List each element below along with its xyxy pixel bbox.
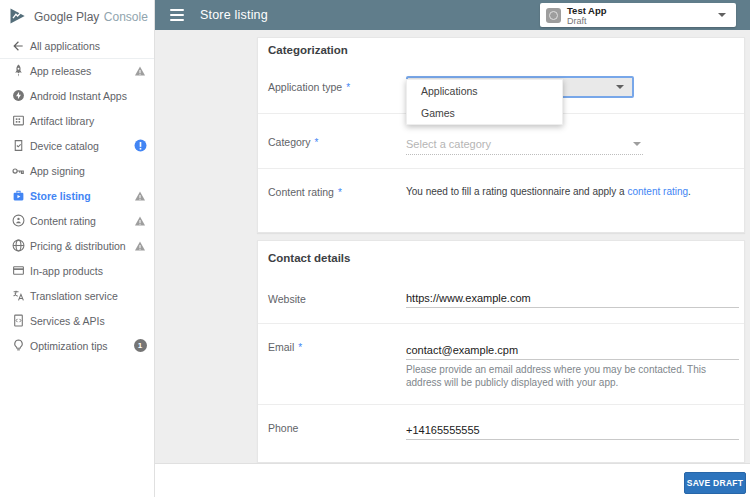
sidebar-item-app-releases[interactable]: App releases	[0, 58, 154, 83]
top-app-bar: Store listing Test App Draft	[155, 0, 750, 30]
app-placeholder-icon	[546, 8, 561, 23]
brand-google-play: Google Play	[34, 10, 99, 24]
website-label: Website	[268, 293, 306, 305]
google-play-console-logo: Google Play Console	[8, 5, 148, 27]
email-input[interactable]	[406, 341, 739, 360]
menu-icon[interactable]	[170, 9, 184, 21]
brand-console: Console	[104, 10, 148, 24]
globe-icon	[10, 238, 26, 254]
email-label: Email*	[268, 341, 302, 353]
payment-card-icon	[10, 263, 26, 279]
lightbulb-icon	[10, 338, 26, 354]
rocket-icon	[10, 63, 26, 79]
code-device-icon	[10, 313, 26, 329]
sidebar-item-content-rating[interactable]: Content rating	[0, 208, 154, 233]
sidebar-item-optimization-tips[interactable]: Optimization tips 1	[0, 333, 154, 358]
count-badge: 1	[133, 339, 147, 353]
warning-icon	[133, 64, 147, 78]
divider	[258, 404, 744, 405]
sidebar-item-android-instant-apps[interactable]: Android Instant Apps	[0, 83, 154, 108]
rating-face-icon	[10, 213, 26, 229]
app-status: Draft	[567, 16, 607, 26]
sidebar-item-device-catalog[interactable]: Device catalog	[0, 133, 154, 158]
contact-details-card: Contact details Website Email* Please pr…	[257, 240, 745, 463]
content-rating-label: Content rating*	[268, 186, 342, 198]
category-label: Category*	[268, 136, 319, 148]
website-input[interactable]	[406, 289, 739, 308]
sidebar-item-services-apis[interactable]: Services & APIs	[0, 308, 154, 333]
app-name: Test App	[567, 5, 607, 16]
category-placeholder: Select a category	[406, 138, 491, 150]
device-check-icon	[10, 138, 26, 154]
translate-icon	[10, 288, 26, 304]
sidebar-item-all-applications[interactable]: All applications	[0, 33, 154, 58]
menu-option-games[interactable]: Games	[407, 102, 562, 124]
email-helper-text: Please provide an email address where yo…	[406, 363, 742, 389]
arrow-back-icon	[10, 38, 26, 54]
chevron-down-icon	[718, 13, 726, 17]
sidebar-item-artifact-library[interactable]: Artifact library	[0, 108, 154, 133]
section-title: Categorization	[268, 44, 348, 56]
play-console-icon	[8, 6, 28, 26]
sidebar-item-pricing-distribution[interactable]: Pricing & distribution	[0, 233, 154, 258]
application-type-menu: Applications Games	[406, 79, 563, 125]
main-content: Categorization Application type* Applica…	[155, 30, 750, 463]
sidebar: Google Play Console All applications App…	[0, 0, 155, 497]
divider	[258, 168, 744, 169]
chevron-down-icon	[616, 85, 624, 89]
categorization-card: Categorization Application type* Applica…	[257, 37, 745, 233]
alert-blue-icon	[133, 139, 147, 153]
sidebar-item-translation-service[interactable]: Translation service	[0, 283, 154, 308]
phone-input[interactable]	[406, 421, 739, 440]
footer-bar: SAVE DRAFT	[155, 463, 750, 497]
phone-label: Phone	[268, 422, 298, 434]
sidebar-item-store-listing[interactable]: Store listing	[0, 183, 154, 208]
sidebar-item-app-signing[interactable]: App signing	[0, 158, 154, 183]
warning-icon	[133, 214, 147, 228]
app-selector-dropdown[interactable]: Test App Draft	[540, 3, 736, 27]
library-grid-icon	[10, 113, 26, 129]
application-type-label: Application type*	[268, 81, 350, 93]
chevron-down-icon	[633, 142, 641, 146]
divider	[258, 323, 744, 324]
menu-option-applications[interactable]: Applications	[407, 80, 562, 102]
category-select[interactable]: Select a category	[406, 134, 643, 155]
key-icon	[10, 163, 26, 179]
warning-icon	[133, 239, 147, 253]
content-rating-message: You need to fill a rating questionnaire …	[406, 186, 691, 197]
sidebar-item-in-app-products[interactable]: In-app products	[0, 258, 154, 283]
save-draft-button[interactable]: SAVE DRAFT	[684, 472, 746, 494]
section-title: Contact details	[268, 252, 350, 264]
content-rating-link[interactable]: content rating	[627, 186, 688, 197]
page-title: Store listing	[200, 8, 268, 22]
warning-icon	[133, 189, 147, 203]
instant-bolt-icon	[10, 88, 26, 104]
storefront-icon	[10, 188, 26, 204]
